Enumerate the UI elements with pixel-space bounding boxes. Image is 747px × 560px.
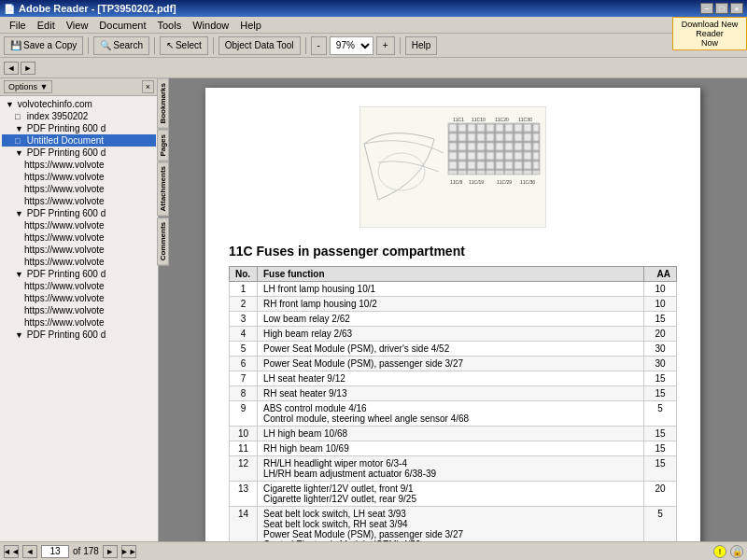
menu-document[interactable]: Document [93,19,151,32]
list-item[interactable]: https://www.volvote [2,219,156,231]
svg-text:11C/29: 11C/29 [497,179,512,185]
svg-rect-51 [458,152,466,160]
list-item[interactable]: https://www.volvote [2,304,156,316]
zoom-select[interactable]: 97% [330,36,374,55]
menu-tools[interactable]: Tools [152,19,188,32]
cell-no: 9 [230,401,258,427]
cell-no: 3 [230,312,258,327]
statusbar: ◄◄ ◄ of 178 ► ►► ! 🔒 [0,541,747,560]
menu-edit[interactable]: Edit [32,19,61,32]
svg-rect-46 [505,143,513,150]
cell-function: RH high beam 10/69 [258,441,644,456]
cell-function: LH high beam 10/68 [258,427,644,441]
sidebar-tree[interactable]: ▼ volvotechinfo.com □ index 3950202 ▼ PD… [0,96,158,541]
prev-page-button[interactable]: ◄ [22,545,37,558]
first-page-button[interactable]: ◄◄ [4,545,19,558]
list-item[interactable]: https://www.volvote [2,316,156,329]
sidebar-options-button[interactable]: Options ▼ [4,80,52,93]
search-button[interactable]: 🔍 Search [93,36,149,55]
attachments-tab[interactable]: Attachments [157,161,169,216]
minimize-button[interactable]: − [700,3,713,14]
help-button[interactable]: Help [405,36,438,55]
toolbar-separator2 [154,37,155,54]
maximize-button[interactable]: □ [715,3,728,14]
table-row: 11RH high beam 10/6915 [230,441,677,456]
list-item[interactable]: □ index 3950202 [2,110,156,122]
svg-rect-43 [477,143,485,150]
table-row: 8RH seat heater 9/1315 [230,386,677,401]
table-row: 3Low beam relay 2/6215 [230,312,677,327]
list-item[interactable]: https://www.volvote [2,183,156,195]
list-item[interactable]: https://www.volvote [2,159,156,171]
svg-rect-32 [468,133,475,141]
cell-function: RH/LH headlight wiper motor 6/3-4 LH/RH … [258,456,644,482]
cell-no: 5 [230,342,258,357]
list-item[interactable]: □ Untitled Document [2,134,156,147]
pages-tab[interactable]: Pages [157,130,169,161]
nav-prev-button[interactable]: ◄ [4,62,19,75]
list-item[interactable]: https://www.volvote [2,231,156,244]
zoom-out-button[interactable]: - [311,36,327,55]
toolbar-separator3 [213,37,214,54]
svg-rect-53 [477,152,485,160]
svg-rect-63 [477,161,485,169]
cell-aa: 15 [644,386,677,401]
pdf-page: 11C1 11C10 11C20 11C30 [205,88,700,541]
zoom-in-button[interactable]: + [376,36,395,55]
list-item[interactable]: ▼ PDF Printing 600 d [2,122,156,134]
list-item[interactable]: https://www.volvote [2,256,156,268]
list-item[interactable]: https://www.volvote [2,244,156,256]
list-item[interactable]: https://www.volvote [2,195,156,207]
svg-rect-35 [496,133,503,141]
svg-rect-20 [449,124,457,132]
svg-rect-69 [533,161,539,169]
table-row: 12RH/LH headlight wiper motor 6/3-4 LH/R… [230,456,677,482]
cell-no: 12 [230,456,258,482]
list-item[interactable]: ▼ PDF Printing 600 d [2,207,156,219]
table-row: 13Cigarette lighter/12V outlet, front 9/… [230,482,677,507]
svg-rect-38 [524,133,531,141]
list-item[interactable]: https://www.volvote [2,171,156,183]
svg-text:11C/19: 11C/19 [469,179,484,185]
list-item[interactable]: https://www.volvote [2,292,156,304]
menu-window[interactable]: Window [187,19,234,32]
cell-function: Power Seat Module (PSM), driver's side 4… [258,342,644,357]
cell-function: High beam relay 2/63 [258,327,644,342]
object-data-button[interactable]: Object Data Tool [218,36,301,55]
fuse-table: No. Fuse function AA 1LH front lamp hous… [229,266,677,541]
page-number-input[interactable] [41,545,69,558]
list-item[interactable]: ▼ PDF Printing 600 d [2,268,156,280]
svg-rect-56 [505,152,513,160]
list-item[interactable]: ▼ PDF Printing 600 d [2,329,156,341]
menu-file[interactable]: File [4,19,32,32]
sidebar-close-button[interactable]: × [142,80,154,93]
toolbar: 💾 Save a Copy 🔍 Search ↖ Select Object D… [0,34,747,58]
cell-aa: 10 [644,282,677,297]
list-item[interactable]: https://www.volvote [2,280,156,292]
cursor-icon: ↖ [166,40,174,50]
svg-rect-37 [514,133,522,141]
tree-item-root[interactable]: ▼ volvotechinfo.com [2,98,156,110]
next-page-button[interactable]: ► [103,545,118,558]
list-item[interactable]: ▼ PDF Printing 600 d [2,147,156,159]
comments-tab[interactable]: Comments [157,217,169,265]
menu-view[interactable]: View [61,19,94,32]
svg-rect-55 [496,152,503,160]
menu-help[interactable]: Help [234,19,267,32]
nav-next-button[interactable]: ► [21,62,35,75]
download-banner[interactable]: Download New Reader Now [672,17,747,50]
svg-rect-21 [458,124,466,132]
pdf-content-area[interactable]: 11C1 11C10 11C20 11C30 [159,78,747,541]
svg-rect-23 [477,124,485,132]
app-icon: 📄 [4,4,15,14]
select-button[interactable]: ↖ Select [160,36,208,55]
close-button[interactable]: × [730,3,743,14]
bookmarks-tab[interactable]: Bookmarks [157,78,169,129]
save-copy-button[interactable]: 💾 Save a Copy [4,36,83,55]
cell-aa: 20 [644,482,677,507]
cell-aa: 20 [644,327,677,342]
last-page-button[interactable]: ►► [121,545,136,558]
cell-aa: 5 [644,401,677,427]
menubar: File Edit View Document Tools Window Hel… [0,17,747,34]
svg-rect-67 [514,161,522,169]
